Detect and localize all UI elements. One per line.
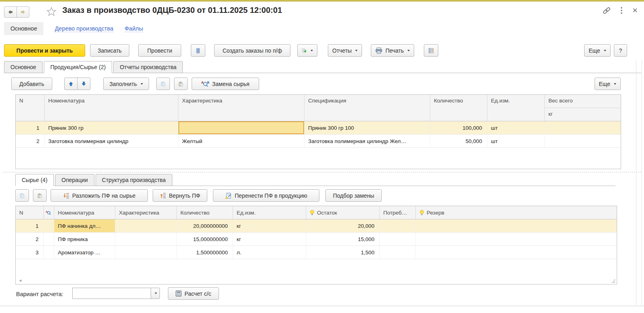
- tab-main[interactable]: Основное: [4, 61, 43, 73]
- cell-stock[interactable]: 20,000: [306, 219, 380, 232]
- cell-unit[interactable]: шт: [487, 135, 545, 147]
- print-button[interactable]: Печать: [371, 44, 414, 57]
- cell-stock[interactable]: 15,000: [306, 233, 380, 245]
- favorite-star-icon[interactable]: [47, 7, 56, 18]
- materials-tabs: Сырье (4) Операции Структура производств…: [15, 174, 174, 186]
- cell-quantity[interactable]: 50,000: [430, 135, 487, 147]
- cell-unit[interactable]: л.: [233, 246, 306, 259]
- return-pf-button[interactable]: Вернуть ПФ: [153, 189, 207, 202]
- cell-unit[interactable]: кг: [233, 219, 306, 232]
- copy-button[interactable]: [156, 78, 170, 90]
- cell-need[interactable]: [380, 219, 416, 232]
- table-row[interactable]: 2 Заготовка полимерная цилиндр Желтый За…: [16, 135, 621, 148]
- cell-reserve[interactable]: [416, 219, 617, 232]
- more-button[interactable]: Еще: [584, 44, 611, 57]
- create-pf-orders-button[interactable]: Создать заказы по п/ф: [214, 44, 290, 57]
- col-replace-flag: A: [44, 206, 54, 219]
- cell-n[interactable]: 3: [16, 246, 44, 259]
- report-structure-button[interactable]: [424, 44, 438, 57]
- table-row[interactable]: 1 Пряник 300 гр Пряник 300 гр 100 100,00…: [16, 121, 621, 135]
- fill-button[interactable]: Заполнить: [103, 78, 149, 90]
- horizontal-splitter[interactable]: [3, 172, 641, 172]
- products-more-button[interactable]: Еще: [595, 78, 621, 90]
- col-weight-unit: кг: [545, 108, 621, 117]
- cell-stock[interactable]: 1,500: [306, 246, 380, 259]
- post-label: Провести: [147, 47, 172, 54]
- post-and-close-button[interactable]: Провести и закрыть: [4, 44, 85, 57]
- table-row[interactable]: 1 ПФ начинка дл… 20,000000000 кг 20,000: [16, 219, 617, 233]
- cell-replace-flag[interactable]: [44, 233, 54, 245]
- table-row[interactable]: 3 Ароматизатор … 1,500000000 л. 1,500: [16, 246, 617, 259]
- back-button[interactable]: [4, 6, 17, 18]
- help-button[interactable]: ?: [614, 44, 627, 57]
- kebab-menu-icon[interactable]: [620, 7, 623, 14]
- horizontal-scrollbar[interactable]: ◄: [16, 276, 617, 284]
- nav-link-files[interactable]: Файлы: [125, 25, 143, 32]
- tab-operations[interactable]: Операции: [55, 174, 94, 186]
- close-icon[interactable]: ×: [632, 7, 638, 14]
- cell-nomenclature-current[interactable]: ПФ начинка дл…: [54, 219, 115, 232]
- cell-reserve[interactable]: [416, 233, 617, 245]
- cell-unit[interactable]: кг: [233, 233, 306, 245]
- post-button[interactable]: Провести: [138, 44, 181, 57]
- cell-characteristic[interactable]: [115, 246, 177, 259]
- nav-link-production-tree[interactable]: Дерево производства: [55, 25, 113, 32]
- resize-grip-icon[interactable]: [612, 279, 615, 283]
- cell-specification[interactable]: Заготовка полимерная цилиндр Жел…: [305, 135, 430, 147]
- tab-products-materials[interactable]: Продукция/Сырье (2): [44, 61, 112, 73]
- add-row-button[interactable]: Добавить: [11, 78, 52, 90]
- move-pf-button[interactable]: Перенести ПФ в продукцию: [213, 189, 319, 202]
- cell-unit[interactable]: шт: [487, 121, 545, 134]
- cell-characteristic-focused[interactable]: [178, 121, 305, 134]
- cell-n[interactable]: 2: [16, 233, 44, 245]
- cell-nomenclature[interactable]: Заготовка полимерная цилиндр: [45, 135, 178, 147]
- cell-n[interactable]: 1: [16, 121, 45, 134]
- cell-need[interactable]: [380, 246, 416, 259]
- move-row-down-button[interactable]: [77, 78, 90, 90]
- cell-characteristic[interactable]: [115, 233, 177, 245]
- table-row[interactable]: 2 ПФ пряника 15,000000000 кг 15,000: [16, 233, 617, 246]
- cell-replace-flag[interactable]: [44, 219, 54, 232]
- cell-nomenclature[interactable]: Пряник 300 гр: [45, 121, 178, 134]
- move-row-up-button[interactable]: [64, 78, 78, 90]
- calc-variant-dropdown-button[interactable]: [151, 288, 160, 299]
- cell-n[interactable]: 2: [16, 135, 45, 147]
- copy-button[interactable]: [15, 189, 29, 202]
- nav-tab-main[interactable]: Основное: [4, 22, 43, 35]
- paste-button[interactable]: [174, 78, 188, 90]
- tab-production-reports[interactable]: Отчеты производства: [113, 61, 183, 73]
- paste-button[interactable]: [33, 189, 47, 202]
- cell-quantity[interactable]: 20,000000000: [177, 219, 233, 232]
- cell-quantity[interactable]: 15,000000000: [177, 233, 233, 245]
- cell-specification[interactable]: Пряник 300 гр 100: [305, 121, 430, 134]
- forward-button[interactable]: [16, 6, 29, 18]
- tab-production-structure[interactable]: Структура производства: [96, 174, 172, 186]
- cell-need[interactable]: [380, 233, 416, 245]
- forward-arrow-icon: [20, 10, 26, 14]
- cell-characteristic[interactable]: Желтый: [178, 135, 305, 147]
- cell-weight[interactable]: [545, 121, 621, 134]
- link-icon[interactable]: [603, 6, 611, 14]
- decompose-list-icon: [63, 192, 70, 199]
- cell-nomenclature[interactable]: ПФ пряника: [54, 233, 115, 245]
- calc-cost-button[interactable]: Расчет с/с: [168, 287, 219, 300]
- create-based-on-button[interactable]: [297, 44, 317, 57]
- cell-quantity[interactable]: 1,500000000: [177, 246, 233, 259]
- cell-n[interactable]: 1: [16, 219, 44, 232]
- cell-quantity[interactable]: 100,000: [430, 121, 487, 134]
- document-movements-button[interactable]: [191, 44, 205, 57]
- tab-materials[interactable]: Сырье (4): [15, 174, 54, 186]
- cell-nomenclature[interactable]: Ароматизатор …: [54, 246, 115, 259]
- scroll-left-arrow[interactable]: ◄: [18, 278, 22, 282]
- calc-variant-input[interactable]: [72, 288, 151, 299]
- save-button[interactable]: Записать: [90, 44, 129, 57]
- pick-replacement-button[interactable]: Подбор замены: [325, 189, 382, 202]
- reports-button[interactable]: Отчеты: [328, 44, 362, 57]
- print-label: Печать: [385, 47, 404, 54]
- cell-characteristic[interactable]: [115, 219, 177, 232]
- replace-materials-button[interactable]: AB Замена сырья: [192, 78, 259, 90]
- cell-replace-flag[interactable]: [44, 246, 54, 259]
- cell-reserve[interactable]: [416, 246, 617, 259]
- cell-weight[interactable]: [545, 135, 621, 147]
- decompose-pf-button[interactable]: Разложить ПФ на сырье: [51, 189, 148, 202]
